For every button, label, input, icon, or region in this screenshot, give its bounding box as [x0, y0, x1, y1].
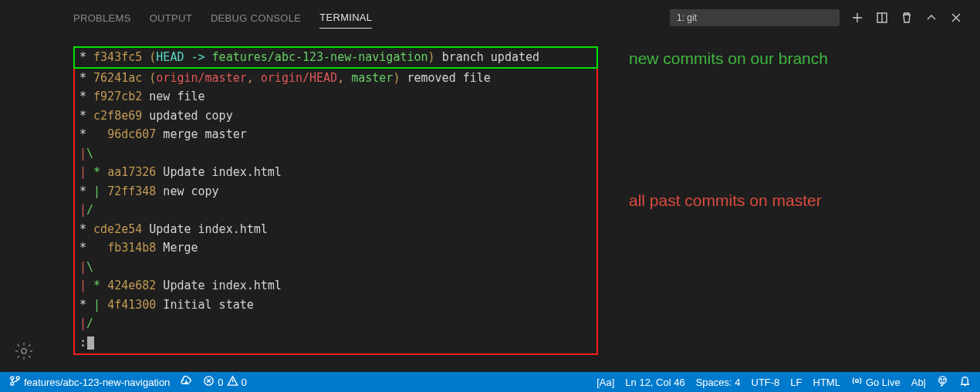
- tab-output[interactable]: OUTPUT: [150, 8, 192, 29]
- git-log-line: * | 4f41300 Initial state: [79, 296, 592, 315]
- git-log-line: :: [79, 333, 592, 353]
- git-log-line: * fb314b8 Merge: [79, 238, 592, 258]
- status-language-mode[interactable]: HTML: [813, 377, 840, 388]
- status-cursor-position[interactable]: Ln 12, Col 46: [625, 377, 684, 388]
- source-control-branch-icon: [9, 375, 21, 389]
- git-log-head-line: * f343fc5 (HEAD -> features/abc-123-new-…: [79, 48, 592, 67]
- cloud-sync-icon: [181, 375, 192, 389]
- svg-point-8: [941, 379, 941, 380]
- manage-gear-icon[interactable]: [14, 341, 34, 364]
- git-log-line: * | 72ff348 new copy: [79, 182, 592, 201]
- bell-icon: [959, 375, 971, 389]
- warning-icon: [227, 375, 238, 389]
- git-log-line: * c2f8e69 updated copy: [79, 106, 592, 126]
- status-case-sensitive[interactable]: [Aa]: [596, 377, 614, 388]
- git-log-line: |\: [79, 258, 592, 277]
- git-log-line: | * aa17326 Update index.html: [79, 163, 592, 182]
- svg-point-9: [944, 379, 945, 380]
- status-problems[interactable]: 0 0: [203, 375, 246, 389]
- status-bar: features/abc-123-new-navigation 0 0 [Aa]…: [0, 372, 980, 392]
- svg-point-4: [16, 377, 19, 380]
- tab-terminal[interactable]: TERMINAL: [319, 7, 372, 29]
- terminal-output[interactable]: * f343fc5 (HEAD -> features/abc-123-new-…: [73, 46, 598, 372]
- close-panel-icon[interactable]: [949, 11, 963, 25]
- new-terminal-icon[interactable]: [850, 11, 864, 25]
- status-branch[interactable]: features/abc-123-new-navigation: [9, 375, 170, 389]
- tab-debug-console[interactable]: DEBUG CONSOLE: [211, 8, 301, 29]
- git-log-line: * 96dc607 merge master: [79, 125, 592, 144]
- status-feedback-icon[interactable]: [937, 375, 948, 389]
- terminal-cursor: [87, 336, 94, 350]
- status-go-live[interactable]: Go Live: [851, 375, 901, 389]
- annotation-labels: new commits on our branch all past commi…: [629, 46, 828, 372]
- svg-point-3: [11, 382, 14, 385]
- svg-point-2: [11, 377, 14, 380]
- feedback-smiley-icon: [937, 375, 948, 389]
- panel-tabs-bar: PROBLEMS OUTPUT DEBUG CONSOLE TERMINAL 1…: [0, 0, 980, 31]
- git-log-line: |/: [79, 314, 592, 333]
- annotation-new-commits: new commits on our branch: [629, 49, 828, 68]
- maximize-panel-icon[interactable]: [924, 11, 938, 25]
- kill-terminal-icon[interactable]: [900, 11, 914, 25]
- git-log-line: * cde2e54 Update index.html: [79, 220, 592, 239]
- git-log-line: |\: [79, 144, 592, 164]
- error-icon: [203, 375, 215, 389]
- status-sync[interactable]: [181, 375, 192, 389]
- terminal-selector-label: 1: git: [677, 12, 697, 23]
- status-eol[interactable]: LF: [790, 377, 802, 388]
- annotation-past-commits: all past commits on master: [629, 191, 828, 210]
- git-log-line: | * 424e682 Update index.html: [79, 276, 592, 296]
- status-encoding[interactable]: UTF-8: [752, 377, 780, 388]
- svg-point-1: [22, 349, 27, 354]
- git-log-line: * 76241ac (origin/master, origin/HEAD, m…: [79, 69, 592, 88]
- terminal-selector-dropdown[interactable]: 1: git: [670, 9, 840, 26]
- status-spellcheck[interactable]: Ab|: [911, 377, 926, 388]
- git-log-line: * f927cb2 new file: [79, 87, 592, 106]
- svg-point-6: [856, 380, 859, 383]
- tab-problems[interactable]: PROBLEMS: [73, 8, 131, 29]
- status-indentation[interactable]: Spaces: 4: [696, 377, 741, 388]
- broadcast-icon: [851, 375, 863, 389]
- git-log-line: |/: [79, 201, 592, 220]
- split-terminal-icon[interactable]: [875, 11, 889, 25]
- status-notifications-icon[interactable]: [959, 375, 971, 389]
